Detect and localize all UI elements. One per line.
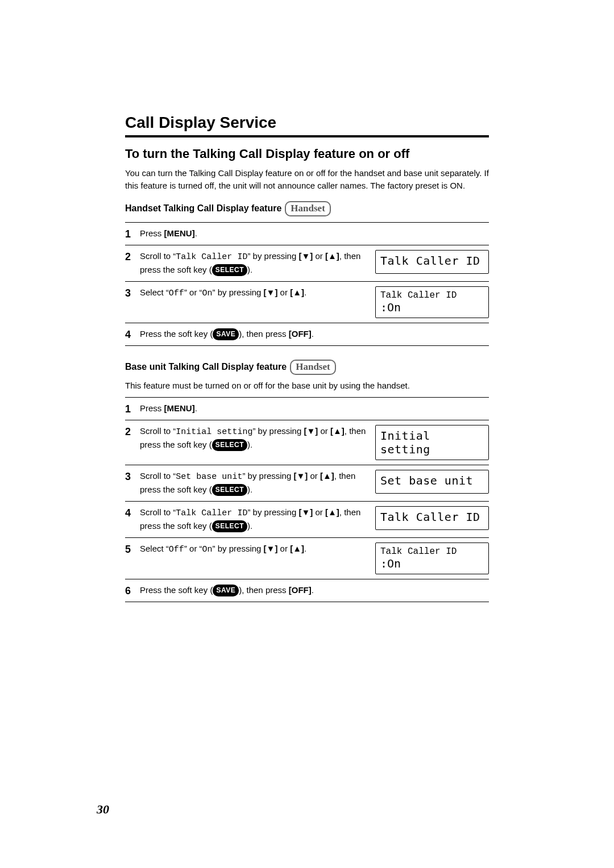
subsection-title: To turn the Talking Call Display feature… — [125, 147, 489, 161]
lcd-line-2: :On — [380, 301, 484, 314]
text-fragment: . — [195, 228, 197, 238]
lcd-display: Talk Caller ID — [375, 506, 489, 530]
text-fragment: . — [195, 403, 197, 413]
text-fragment: or — [313, 507, 325, 517]
handset-feature-heading: Handset Talking Call Display feature Han… — [125, 201, 489, 216]
up-arrow-key: [▲] — [330, 426, 345, 436]
down-arrow-key: [▼] — [264, 287, 278, 297]
base-steps: 1 Press [MENU]. 2 Scroll to “Initial set… — [125, 397, 489, 602]
step-text: Select “Off” or “On” by pressing [▼] or … — [140, 542, 375, 557]
section-rule — [125, 135, 489, 137]
down-arrow-key: [▼] — [304, 426, 318, 436]
text-fragment: . — [312, 585, 314, 595]
text-fragment: . — [312, 329, 314, 339]
step-text: Scroll to “Talk Caller ID” by pressing [… — [140, 250, 375, 277]
text-fragment: or — [313, 251, 325, 261]
text-fragment: ” by pressing — [242, 471, 293, 481]
lcd-display: Talk Caller ID :On — [375, 542, 489, 574]
base-step-6: 6 Press the soft key (SAVE), then press … — [125, 579, 489, 602]
handset-step-2: 2 Scroll to “Talk Caller ID” by pressing… — [125, 245, 489, 282]
handset-heading-text: Handset Talking Call Display feature — [125, 203, 281, 214]
down-arrow-key: [▼] — [264, 544, 278, 553]
text-fragment: Press — [140, 403, 164, 413]
step-number: 2 — [125, 250, 140, 263]
handset-step-4: 4 Press the soft key (SAVE), then press … — [125, 323, 489, 346]
step-display: Talk Caller ID — [375, 506, 489, 530]
lcd-display: Talk Caller ID — [375, 250, 489, 274]
down-arrow-key: [▼] — [298, 251, 313, 261]
text-fragment: or — [308, 471, 320, 481]
text-fragment: ” or “ — [184, 544, 202, 553]
select-softkey-pill: SELECT — [212, 439, 247, 451]
step-text: Scroll to “Set base unit” by pressing [▼… — [140, 470, 375, 496]
handset-badge: Handset — [285, 201, 330, 216]
step-number: 4 — [125, 328, 140, 341]
step-text: Scroll to “Talk Caller ID” by pressing [… — [140, 506, 375, 533]
save-softkey-pill: SAVE — [213, 328, 239, 340]
code-text: Set base unit — [176, 472, 242, 482]
step-number: 5 — [125, 542, 140, 556]
text-fragment: ), then press — [239, 585, 289, 595]
section-title: Call Display Service — [125, 114, 489, 132]
base-step-4: 4 Scroll to “Talk Caller ID” by pressing… — [125, 502, 489, 538]
step-text: Press [MENU]. — [140, 402, 375, 415]
code-text: Initial setting — [176, 427, 252, 437]
text-fragment: Press the soft key ( — [140, 329, 213, 339]
step-text: Press [MENU]. — [140, 227, 375, 240]
save-softkey-pill: SAVE — [213, 585, 239, 596]
text-fragment: ” by pressing — [252, 426, 304, 436]
text-fragment: Select “ — [140, 544, 169, 553]
text-fragment: Scroll to “ — [140, 507, 176, 517]
text-fragment: or — [318, 426, 330, 436]
code-text: Talk Caller ID — [176, 252, 247, 262]
intro-text: You can turn the Talking Call Display fe… — [125, 167, 489, 192]
menu-key: [MENU] — [164, 228, 195, 238]
text-fragment: ” by pressing — [247, 507, 298, 517]
base-badge: Handset — [290, 360, 335, 375]
text-fragment: ). — [247, 440, 252, 449]
up-arrow-key: [▲] — [290, 287, 304, 297]
handset-step-1: 1 Press [MENU]. — [125, 222, 489, 245]
base-note: This feature must be turned on or off fo… — [125, 381, 489, 390]
text-fragment: ). — [247, 485, 252, 494]
step-display: Talk Caller ID :On — [375, 286, 489, 318]
text-fragment: ). — [247, 521, 252, 531]
lcd-display: Initial setting — [375, 425, 489, 460]
lcd-display: Set base unit — [375, 470, 489, 494]
base-step-5: 5 Select “Off” or “On” by pressing [▼] o… — [125, 538, 489, 579]
lcd-display: Talk Caller ID :On — [375, 286, 489, 318]
select-softkey-pill: SELECT — [212, 520, 247, 532]
step-number: 3 — [125, 470, 140, 483]
step-number: 4 — [125, 506, 140, 519]
step-display: Talk Caller ID — [375, 250, 489, 274]
up-arrow-key: [▲] — [325, 251, 339, 261]
text-fragment: Scroll to “ — [140, 251, 176, 261]
step-number: 3 — [125, 286, 140, 299]
step-number: 6 — [125, 584, 140, 597]
up-arrow-key: [▲] — [325, 507, 339, 517]
text-fragment: Press the soft key ( — [140, 585, 213, 595]
code-text: On — [202, 289, 213, 298]
step-number: 1 — [125, 227, 140, 240]
step-display: Talk Caller ID :On — [375, 542, 489, 574]
up-arrow-key: [▲] — [290, 544, 304, 553]
text-fragment: . — [304, 287, 306, 297]
lcd-line-2: :On — [380, 557, 484, 570]
step-text: Scroll to “Initial setting” by pressing … — [140, 425, 375, 452]
up-arrow-key: [▲] — [320, 471, 334, 481]
base-heading-text: Base unit Talking Call Display feature — [125, 362, 287, 372]
step-display: Set base unit — [375, 470, 489, 494]
page-number: 30 — [97, 802, 109, 817]
step-text: Press the soft key (SAVE), then press [O… — [140, 328, 375, 341]
base-step-1: 1 Press [MENU]. — [125, 397, 489, 420]
down-arrow-key: [▼] — [298, 507, 313, 517]
code-text: On — [202, 545, 213, 554]
text-fragment: ” by pressing — [213, 544, 264, 553]
lcd-line-1: Talk Caller ID — [380, 290, 484, 301]
code-text: Off — [169, 289, 184, 298]
handset-step-3: 3 Select “Off” or “On” by pressing [▼] o… — [125, 282, 489, 323]
off-key: [OFF] — [289, 329, 312, 339]
select-softkey-pill: SELECT — [212, 264, 247, 276]
text-fragment: Select “ — [140, 287, 169, 297]
text-fragment: ), then press — [239, 329, 289, 339]
